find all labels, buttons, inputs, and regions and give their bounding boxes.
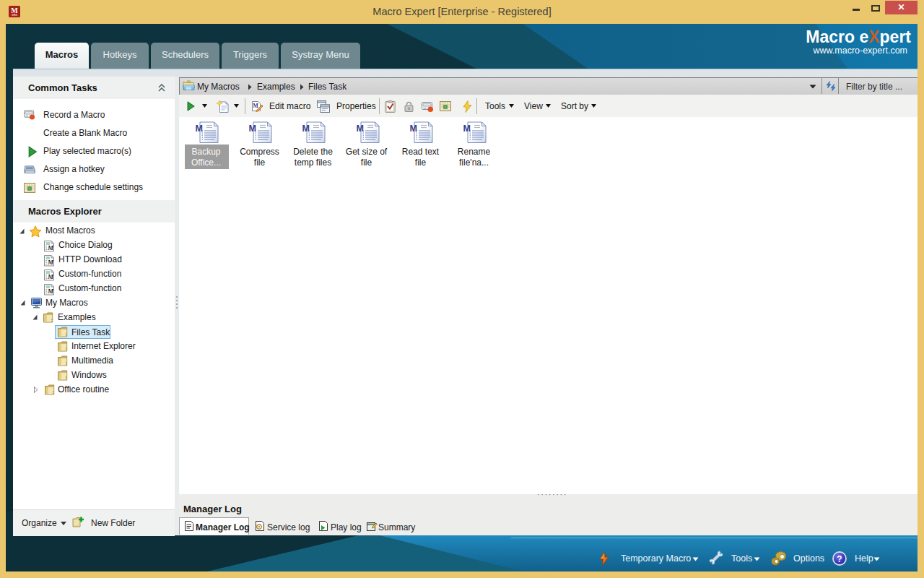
svg-text:M: M (253, 103, 258, 109)
svg-text:?: ? (837, 554, 842, 564)
